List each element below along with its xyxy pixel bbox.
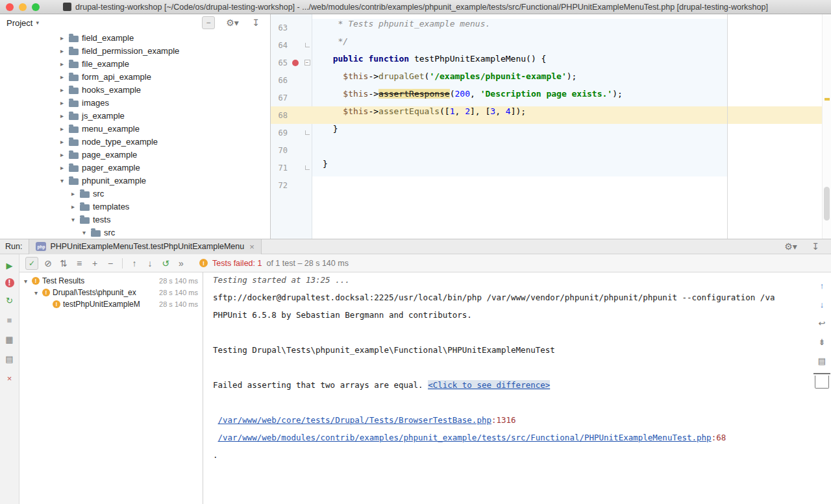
- code-line[interactable]: $this->assertResponse(200, 'Description …: [312, 89, 822, 106]
- test-tree-item[interactable]: ▾!Drupal\Tests\phpunit_ex28 s 140 ms: [19, 287, 203, 298]
- project-view-selector[interactable]: Project ▾: [6, 18, 39, 28]
- project-tree-item[interactable]: ▸templates: [0, 200, 270, 213]
- clear-console-icon[interactable]: [815, 376, 829, 389]
- zoom-window-button[interactable]: [32, 3, 40, 11]
- project-tree-item[interactable]: ▾src: [0, 226, 270, 239]
- hide-window-icon[interactable]: ↧: [808, 239, 823, 254]
- project-tree-item[interactable]: ▸form_api_example: [0, 70, 270, 83]
- console-link[interactable]: /var/www/web/modules/contrib/examples/ph…: [218, 433, 712, 442]
- chevron-right-icon[interactable]: ▸: [58, 164, 66, 171]
- folder-icon: [69, 114, 79, 120]
- editor[interactable]: 636465−66676869707172 * Tests phpunit_ex…: [271, 14, 831, 239]
- fold-end-icon[interactable]: [305, 130, 310, 135]
- folder-name: field_example: [82, 33, 134, 43]
- close-window-button[interactable]: [6, 3, 14, 11]
- chevron-right-icon[interactable]: ▸: [58, 99, 66, 106]
- close-tab-icon[interactable]: ×: [249, 242, 254, 252]
- fold-collapse-icon[interactable]: −: [304, 60, 310, 66]
- minimize-window-button[interactable]: [19, 3, 27, 11]
- code-line[interactable]: $this->assertEquals([1, 2], [3, 4]);: [312, 106, 822, 124]
- failed-test-gutter-icon[interactable]: [292, 60, 299, 66]
- sort-alphabetically-icon[interactable]: ≡: [71, 256, 87, 270]
- code-line[interactable]: [312, 141, 822, 159]
- prev-stack-frame-icon[interactable]: ↑: [815, 279, 829, 292]
- project-tree-item[interactable]: ▸src: [0, 187, 270, 200]
- show-ignored-icon[interactable]: ⊘: [40, 256, 56, 270]
- run-tab[interactable]: php PHPUnitExampleMenuTest.testPhpUnitEx…: [29, 239, 261, 254]
- chevron-right-icon[interactable]: ▸: [58, 34, 66, 42]
- project-tree-item[interactable]: ▾tests: [0, 213, 270, 226]
- warning-stripe-mark[interactable]: [825, 98, 830, 101]
- project-tree-item[interactable]: ▸page_example: [0, 148, 270, 161]
- rerun-failed-tests-icon[interactable]: !: [5, 278, 14, 287]
- project-tree-item[interactable]: ▸images: [0, 96, 270, 109]
- previous-failed-test-icon[interactable]: ↑: [127, 256, 142, 270]
- test-tree-item[interactable]: !testPhpUnitExampleM28 s 140 ms: [19, 298, 203, 310]
- test-history-icon[interactable]: ↺: [158, 256, 173, 270]
- chevron-right-icon[interactable]: ▸: [69, 203, 77, 210]
- chevron-right-icon[interactable]: ▸: [58, 125, 66, 132]
- soft-wrap-icon[interactable]: ↩: [815, 317, 829, 330]
- test-tree-item[interactable]: ▾!Test Results28 s 140 ms: [19, 275, 203, 287]
- project-tree-item[interactable]: ▸pager_example: [0, 161, 270, 174]
- chevron-right-icon[interactable]: ▸: [58, 47, 66, 54]
- folder-name: js_example: [82, 111, 125, 121]
- editor-code[interactable]: * Tests phpunit_example menus. */ public…: [312, 19, 822, 194]
- chevron-down-icon[interactable]: ▾: [22, 278, 29, 285]
- more-actions-icon[interactable]: »: [173, 256, 189, 270]
- next-failed-test-icon[interactable]: ↓: [142, 256, 158, 270]
- settings-gear-icon[interactable]: ⚙▾: [225, 16, 240, 30]
- editor-scrollbar[interactable]: [822, 14, 831, 239]
- project-tree-item[interactable]: ▸menu_example: [0, 122, 270, 135]
- chevron-down-icon[interactable]: ▾: [81, 229, 88, 236]
- project-panel: Project ▾ −⚙▾↧ ▸field_example▸field_perm…: [0, 14, 271, 239]
- chevron-right-icon[interactable]: ▸: [58, 112, 66, 119]
- print-icon[interactable]: ▤: [815, 354, 829, 367]
- code-line[interactable]: }: [312, 124, 822, 141]
- restore-layout-icon[interactable]: ▦: [3, 333, 17, 346]
- scrollbar-thumb[interactable]: [824, 187, 830, 221]
- hide-panel-icon[interactable]: ↧: [248, 16, 264, 30]
- console-link[interactable]: /var/www/web/core/tests/Drupal/Tests/Bro…: [218, 415, 491, 425]
- chevron-right-icon[interactable]: ▸: [58, 73, 66, 80]
- code-line[interactable]: * Tests phpunit_example menus.: [312, 19, 822, 36]
- rerun-test-icon[interactable]: ▶: [3, 259, 17, 272]
- collapse-all-icon[interactable]: −: [202, 16, 215, 29]
- project-tree-item[interactable]: ▸field_permission_example: [0, 44, 270, 57]
- project-tree-item[interactable]: ▸file_example: [0, 57, 270, 70]
- chevron-right-icon[interactable]: ▸: [69, 190, 77, 197]
- project-tree-item[interactable]: ▸hooks_example: [0, 83, 270, 96]
- chevron-right-icon[interactable]: ▸: [58, 138, 66, 145]
- close-icon[interactable]: ×: [3, 372, 17, 385]
- project-tree-item[interactable]: ▸node_type_example: [0, 135, 270, 148]
- chevron-down-icon[interactable]: ▾: [69, 216, 77, 223]
- chevron-down-icon[interactable]: ▾: [58, 177, 66, 184]
- fold-end-icon[interactable]: [305, 43, 310, 47]
- folder-icon: [69, 49, 79, 55]
- sort-by-duration-icon[interactable]: ⇅: [56, 256, 71, 270]
- project-tree-item[interactable]: ▸js_example: [0, 109, 270, 122]
- code-line[interactable]: */: [312, 36, 822, 54]
- next-stack-frame-icon[interactable]: ↓: [815, 298, 829, 311]
- toggle-auto-test-icon[interactable]: ↻: [3, 294, 17, 307]
- fold-end-icon[interactable]: [305, 165, 310, 170]
- project-tree-item[interactable]: ▾phpunit_example: [0, 174, 270, 187]
- stop-icon[interactable]: ■: [3, 313, 17, 326]
- collapse-all-icon[interactable]: −: [103, 256, 118, 270]
- code-line[interactable]: [312, 176, 822, 194]
- pin-tab-icon[interactable]: ▤: [3, 352, 17, 365]
- scroll-to-end-icon[interactable]: ⇟: [815, 335, 829, 348]
- settings-gear-icon[interactable]: ⚙▾: [783, 239, 799, 254]
- chevron-right-icon[interactable]: ▸: [58, 86, 66, 93]
- chevron-down-icon[interactable]: ▾: [32, 289, 40, 296]
- code-line[interactable]: }: [312, 159, 822, 176]
- code-line[interactable]: $this->drupalGet('/examples/phpunit-exam…: [312, 71, 822, 89]
- chevron-right-icon[interactable]: ▸: [58, 151, 66, 158]
- project-tree-item[interactable]: ▸field_example: [0, 31, 270, 44]
- show-passed-icon[interactable]: ✓: [25, 257, 38, 270]
- expand-all-icon[interactable]: +: [87, 256, 103, 270]
- chevron-right-icon[interactable]: ▸: [58, 60, 66, 67]
- folder-icon: [69, 36, 79, 42]
- console-link[interactable]: <Click to see difference>: [428, 380, 550, 390]
- code-line[interactable]: public function testPhpUnitExampleMenu()…: [312, 54, 822, 71]
